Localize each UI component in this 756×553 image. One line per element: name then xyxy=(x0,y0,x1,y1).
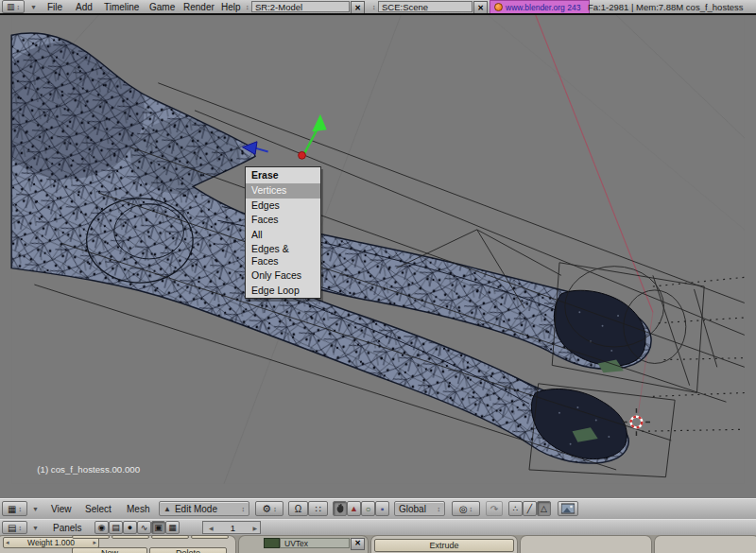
popup-item-faces[interactable]: Faces xyxy=(246,213,320,228)
script-context-button[interactable]: ▤ xyxy=(109,521,123,534)
buttons-collapse-icon[interactable]: ▼ xyxy=(32,520,45,536)
active-object-label: (1) cos_f_hostess.00.000 xyxy=(37,464,140,475)
viewport-header: ▦ ↕ ▼ View Select Mesh ▲ Edit Mode ↕ ⚙ ↕… xyxy=(0,498,756,520)
cut-widget-4 xyxy=(191,535,229,539)
slider-right-icon[interactable]: ▸ xyxy=(93,539,96,546)
buttons-editor-icon: ▤ xyxy=(8,522,16,533)
logic-context-button[interactable]: ◉ xyxy=(94,521,109,534)
mode-label: Edit Mode xyxy=(175,502,217,515)
stepper-icon: ↕ xyxy=(273,502,277,515)
frame-prev-icon[interactable]: ◀ xyxy=(209,522,214,533)
slider-left-icon[interactable]: ◂ xyxy=(6,539,9,546)
scene-close-button[interactable]: ✕ xyxy=(473,1,488,14)
blender-window: ▥ ↕ ▼ File Add Timeline Game Render Help… xyxy=(0,0,756,553)
menu-add[interactable]: Add xyxy=(76,0,93,13)
vertex-group-new-button[interactable]: New xyxy=(72,547,147,553)
orientation-label: Global xyxy=(399,502,426,515)
popup-title: Erase xyxy=(246,167,320,183)
scene-selector[interactable]: SCE:Scene xyxy=(378,1,472,12)
scene-stepper-icon[interactable]: ↕ xyxy=(372,0,376,13)
blender-org-badge[interactable]: www.blender.org 243 xyxy=(490,0,590,14)
manipulator-hand-button[interactable] xyxy=(333,501,347,516)
editor-type-button[interactable]: ▦ ↕ xyxy=(2,501,27,516)
stepper-icon: ↕ xyxy=(17,1,21,12)
stepper-icon: ↕ xyxy=(242,502,246,515)
edit-mode-icon: ▲ xyxy=(163,502,171,515)
buttons-window: ◂ Weight 1.000 ▸ New Delete UVTex ✕ Extr… xyxy=(0,535,756,553)
blender-logo-icon xyxy=(494,3,503,11)
weight-value: Weight 1.000 xyxy=(27,538,75,547)
collapse-menu-icon[interactable]: ▼ xyxy=(30,0,43,13)
editing-context-button[interactable]: ▣ xyxy=(151,521,165,534)
screen-selector[interactable]: SR:2-Model xyxy=(251,1,350,12)
scene-context-button[interactable]: ▦ xyxy=(165,521,180,534)
manipulator-translate-button[interactable]: ▲ xyxy=(347,501,361,516)
menu-file[interactable]: File xyxy=(47,0,62,13)
stepper-icon: ↕ xyxy=(18,502,22,515)
frame-next-icon[interactable]: ▶ xyxy=(252,522,257,533)
proportional-edit-dropdown[interactable]: ◎ ↕ xyxy=(452,501,480,516)
mode-dropdown[interactable]: ▲ Edit Mode ↕ xyxy=(159,501,249,516)
snap-button[interactable]: ↷ xyxy=(486,501,503,516)
uvtex-delete-button[interactable]: ✕ xyxy=(351,538,365,550)
extrude-button[interactable]: Extrude xyxy=(374,539,514,552)
gear-icon: ⚙ xyxy=(262,502,271,515)
draw-type-dropdown[interactable]: ⚙ ↕ xyxy=(255,501,284,516)
stepper-icon: ↕ xyxy=(18,522,22,533)
stepper-icon: ↕ xyxy=(470,502,473,515)
info-editor-icon: ▥ xyxy=(7,1,15,12)
panel-blank-2 xyxy=(654,535,756,553)
cut-widget-1 xyxy=(72,535,110,539)
screen-stepper-icon[interactable]: ↕ xyxy=(246,0,249,13)
frame-number: 1 xyxy=(216,522,250,533)
layer-grid-button[interactable]: ∷ xyxy=(308,501,328,516)
uvtex-name-field[interactable]: UVTex xyxy=(280,538,350,548)
render-preview-button[interactable] xyxy=(558,501,578,516)
popup-item-vertices[interactable]: Vertices xyxy=(246,183,320,199)
menu-mesh[interactable]: Mesh xyxy=(127,499,149,519)
header-collapse-icon[interactable]: ▼ xyxy=(32,499,45,519)
vertex-group-delete-button[interactable]: Delete xyxy=(149,547,227,553)
manipulator-rotate-button[interactable]: ○ xyxy=(361,501,375,516)
popup-item-edges-faces[interactable]: Edges & Faces xyxy=(246,242,320,268)
window-type-button[interactable]: ▥ ↕ xyxy=(2,0,25,13)
vertex-select-mode-button[interactable]: ∴ xyxy=(508,501,523,516)
stepper-icon: ↕ xyxy=(438,502,441,515)
manipulator-scale-button[interactable]: ▪ xyxy=(375,501,389,516)
screen-close-button[interactable]: ✕ xyxy=(351,1,365,14)
badge-label: www.blender.org 243 xyxy=(506,1,580,13)
popup-item-edges[interactable]: Edges xyxy=(246,199,320,214)
edge-select-mode-button[interactable]: ╱ xyxy=(523,501,537,516)
erase-popup-menu: Erase Vertices Edges Faces All Edges & F… xyxy=(245,166,321,299)
object-context-button[interactable]: ∿ xyxy=(137,521,151,534)
hand-icon xyxy=(335,502,345,515)
cut-widget-2 xyxy=(112,535,149,539)
manipulator-center[interactable] xyxy=(299,151,306,159)
menu-render[interactable]: Render xyxy=(183,0,215,13)
orientation-dropdown[interactable]: Global ↕ xyxy=(394,501,445,516)
proportional-edit-icon: ◎ xyxy=(459,502,468,515)
panels-menu[interactable]: Panels xyxy=(53,520,82,536)
3d-viewport[interactable]: (1) cos_f_hostess.00.000 xyxy=(0,15,756,498)
pivot-point-button[interactable]: Ω xyxy=(288,501,308,516)
panel-blank-1 xyxy=(520,535,652,553)
menu-view[interactable]: View xyxy=(51,499,72,519)
face-select-mode-button[interactable]: △ xyxy=(537,501,551,516)
shading-context-button[interactable]: ● xyxy=(123,521,137,534)
menu-help[interactable]: Help xyxy=(221,0,241,13)
menu-game[interactable]: Game xyxy=(149,0,175,13)
popup-item-only-faces[interactable]: Only Faces xyxy=(246,268,320,284)
cut-widget-3 xyxy=(151,535,189,539)
popup-item-all[interactable]: All xyxy=(246,228,320,243)
buttons-editor-type-button[interactable]: ▤ ↕ xyxy=(2,521,27,534)
menu-timeline[interactable]: Timeline xyxy=(104,0,139,13)
scene-stats: Fa:1-2981 | Mem:7.88M cos_f_hostess xyxy=(588,0,756,13)
uvtex-swatch[interactable] xyxy=(264,538,280,548)
top-menu-bar: ▥ ↕ ▼ File Add Timeline Game Render Help… xyxy=(0,0,756,14)
3dview-editor-icon: ▦ xyxy=(8,502,16,515)
popup-item-edge-loop[interactable]: Edge Loop xyxy=(246,284,320,299)
image-icon xyxy=(561,502,575,515)
frame-stepper[interactable]: ◀ 1 ▶ xyxy=(202,521,261,534)
menu-select[interactable]: Select xyxy=(85,499,112,519)
